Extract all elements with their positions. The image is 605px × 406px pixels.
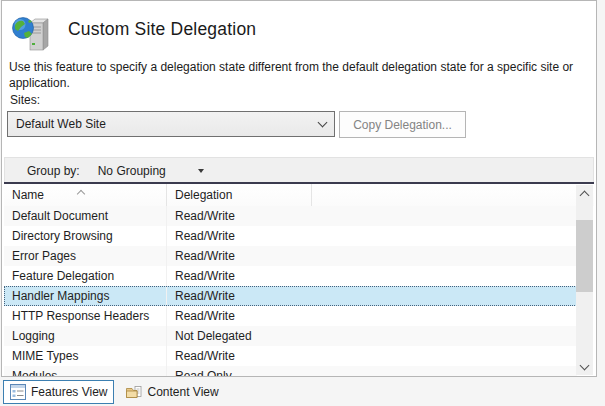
sites-label: Sites: [10,93,40,107]
feature-delegation-cell: Read/Write [167,266,312,286]
table-row[interactable]: Error Pages Read/Write [4,246,577,266]
feature-name-cell: Feature Delegation [4,266,167,286]
feature-name-cell: HTTP Response Headers [4,306,167,326]
globe-server-icon [10,12,54,56]
table-row[interactable]: Logging Not Delegated [4,326,577,346]
view-switcher-bar: Features View Content View [0,378,605,406]
table-row[interactable]: Default Document Read/Write [4,206,577,226]
table-row[interactable]: Modules Read Only [4,366,577,376]
copy-delegation-button[interactable]: Copy Delegation... [339,111,466,138]
caret-down-icon [198,169,204,173]
feature-delegation-cell: Not Delegated [167,326,312,346]
feature-name-cell: Modules [4,366,167,376]
feature-name-cell: Logging [4,326,167,346]
content-view-icon [126,384,142,400]
chevron-down-icon[interactable] [310,122,334,126]
tab-content-view[interactable]: Content View [120,381,224,403]
table-row[interactable]: Directory Browsing Read/Write [4,226,577,246]
tab-label: Content View [147,385,218,399]
table-row[interactable]: Handler Mappings Read/Write [4,286,577,306]
page-title: Custom Site Delegation [68,19,256,40]
column-header-delegation[interactable]: Delegation [167,184,312,206]
table-row[interactable]: HTTP Response Headers Read/Write [4,306,577,326]
scroll-down-button[interactable] [576,358,593,375]
feature-delegation-cell: Read/Write [167,206,312,226]
tab-label: Features View [31,385,107,399]
group-by-dropdown[interactable]: No Grouping [92,161,210,181]
custom-site-delegation-panel: Custom Site Delegation Use this feature … [1,0,597,377]
feature-name-cell: MIME Types [4,346,167,366]
feature-delegation-cell: Read/Write [167,286,312,306]
scrollbar-thumb[interactable] [576,220,593,292]
feature-description: Use this feature to specify a delegation… [9,59,594,91]
group-by-toolbar: Group by: No Grouping [4,157,594,183]
feature-delegation-list: Name Delegation Default Document Read/Wr… [4,182,594,376]
feature-delegation-cell: Read/Write [167,226,312,246]
feature-name-cell: Default Document [4,206,167,226]
feature-name-cell: Error Pages [4,246,167,266]
group-by-value: No Grouping [98,164,166,178]
group-by-label: Group by: [27,164,80,178]
feature-delegation-cell: Read/Write [167,346,312,366]
feature-rows: Default Document Read/Write Directory Br… [4,206,577,376]
feature-name-cell: Directory Browsing [4,226,167,246]
sort-ascending-icon [78,186,84,200]
sites-select-value: Default Web Site [8,117,310,131]
scroll-up-button[interactable] [576,185,593,202]
features-view-icon [10,384,26,400]
table-row[interactable]: Feature Delegation Read/Write [4,266,577,286]
table-row[interactable]: MIME Types Read/Write [4,346,577,366]
sites-select[interactable]: Default Web Site [7,111,335,137]
vertical-scrollbar[interactable] [576,185,593,375]
column-header-name[interactable]: Name [4,184,167,206]
feature-delegation-cell: Read/Write [167,246,312,266]
feature-delegation-cell: Read/Write [167,306,312,326]
feature-delegation-cell: Read Only [167,366,312,376]
list-header: Name Delegation [4,184,594,206]
feature-name-cell: Handler Mappings [4,286,167,306]
tab-features-view[interactable]: Features View [3,380,114,404]
